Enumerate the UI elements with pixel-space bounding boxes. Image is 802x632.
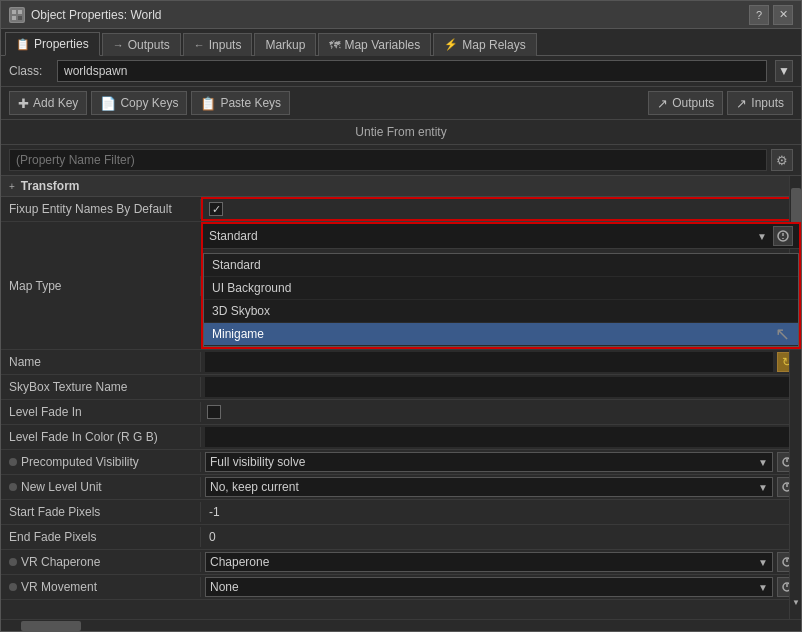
prop-row-vrchaperone: VR Chaperone Chaperone ▼ bbox=[1, 550, 801, 575]
scroll-down-button[interactable]: ▼ bbox=[791, 597, 801, 607]
tab-outputs-icon: → bbox=[113, 39, 124, 51]
tab-map-relays[interactable]: ⚡ Map Relays bbox=[433, 33, 536, 56]
close-button[interactable]: ✕ bbox=[773, 5, 793, 25]
prop-checkbox-fixup[interactable] bbox=[209, 202, 223, 216]
prop-input-skybox[interactable] bbox=[205, 377, 797, 397]
prop-row-levelfade: Level Fade In bbox=[1, 400, 801, 425]
prop-input-name[interactable] bbox=[205, 352, 773, 372]
add-key-button[interactable]: ✚ Add Key bbox=[9, 91, 87, 115]
prop-row-precomputed: Precomputed Visibility Full visibility s… bbox=[1, 450, 801, 475]
newlevelunit-dot-icon bbox=[9, 483, 17, 491]
prop-value-skybox bbox=[201, 375, 801, 399]
precomputed-dropdown-arrow: ▼ bbox=[758, 457, 768, 468]
vrmovement-dot-icon bbox=[9, 583, 17, 591]
outputs-icon: ↗ bbox=[657, 96, 668, 111]
newlevelunit-dropdown[interactable]: No, keep current ▼ bbox=[205, 477, 773, 497]
svg-rect-1 bbox=[12, 10, 16, 14]
prop-row-levelfadecolor: Level Fade In Color (R G B) bbox=[1, 425, 801, 450]
vrmovement-dropdown-arrow: ▼ bbox=[758, 582, 768, 593]
maptype-selected-value: Standard bbox=[209, 229, 753, 243]
section-transform[interactable]: + Transform ▲ bbox=[1, 176, 801, 197]
prop-name-vrchaperone: VR Chaperone bbox=[1, 552, 201, 572]
properties-area: + Transform ▲ Fixup Entity Names By Defa… bbox=[1, 176, 801, 619]
prop-row-fixup: Fixup Entity Names By Default bbox=[1, 197, 801, 222]
prop-name-skybox: SkyBox Texture Name bbox=[1, 377, 201, 397]
tab-bar: 📋 Properties → Outputs ← Inputs Markup 🗺… bbox=[1, 29, 801, 56]
prop-value-levelfade bbox=[201, 400, 801, 424]
prop-value-vrchaperone: Chaperone ▼ bbox=[201, 550, 801, 574]
class-dropdown-button[interactable]: ▼ bbox=[775, 60, 793, 82]
main-window: Object Properties: World ? ✕ 📋 Propertie… bbox=[0, 0, 802, 632]
class-label: Class: bbox=[9, 64, 49, 78]
maptype-option-ui-background[interactable]: UI Background bbox=[204, 277, 798, 300]
filter-input[interactable] bbox=[9, 149, 767, 171]
tab-map-variables[interactable]: 🗺 Map Variables bbox=[318, 33, 431, 56]
prop-row-skybox: SkyBox Texture Name bbox=[1, 375, 801, 400]
prop-row-maptype: Map Type Standard ▼ bbox=[1, 222, 801, 350]
maptype-option-3d-skybox[interactable]: 3D Skybox bbox=[204, 300, 798, 323]
prop-name-vrmovement: VR Movement bbox=[1, 577, 201, 597]
prop-value-fixup bbox=[201, 197, 801, 221]
tab-outputs[interactable]: → Outputs bbox=[102, 33, 181, 56]
prop-input-levelfadecolor[interactable] bbox=[205, 427, 797, 447]
outputs-button[interactable]: ↗ Outputs bbox=[648, 91, 723, 115]
prop-name-levelfade: Level Fade In bbox=[1, 402, 201, 422]
tab-properties[interactable]: 📋 Properties bbox=[5, 32, 100, 56]
prop-name-maptype: Map Type bbox=[1, 276, 201, 296]
section-expand-icon: + bbox=[9, 181, 15, 192]
horizontal-scroll-thumb[interactable] bbox=[21, 621, 81, 631]
prop-row-endfadepixels: End Fade Pixels 0 bbox=[1, 525, 801, 550]
prop-value-levelfadecolor bbox=[201, 425, 801, 449]
paste-keys-icon: 📋 bbox=[200, 96, 216, 111]
tab-map-variables-icon: 🗺 bbox=[329, 39, 340, 51]
maptype-dropdown-list: Standard UI Background 3D Skybox Minigam… bbox=[203, 253, 799, 347]
prop-value-startfadepixels: -1 bbox=[201, 500, 801, 524]
help-button[interactable]: ? bbox=[749, 5, 769, 25]
vrchaperone-dot-icon bbox=[9, 558, 17, 566]
horizontal-scrollbar[interactable] bbox=[1, 619, 801, 631]
inputs-button[interactable]: ↗ Inputs bbox=[727, 91, 793, 115]
window-title: Object Properties: World bbox=[31, 8, 743, 22]
maptype-option-minigame[interactable]: Minigame ↖ bbox=[204, 323, 798, 346]
untie-button[interactable]: Untie From entity bbox=[1, 120, 801, 145]
maptype-option-standard[interactable]: Standard bbox=[204, 254, 798, 277]
prop-name-fixup: Fixup Entity Names By Default bbox=[1, 199, 201, 219]
prop-value-endfadepixels: 0 bbox=[201, 525, 801, 549]
cursor-icon: ↖ bbox=[775, 323, 790, 345]
prop-value-newlevelunit: No, keep current ▼ bbox=[201, 475, 801, 499]
window-icon bbox=[9, 7, 25, 23]
paste-keys-button[interactable]: 📋 Paste Keys bbox=[191, 91, 290, 115]
class-row: Class: ▼ bbox=[1, 56, 801, 87]
prop-name-name: Name bbox=[1, 352, 201, 372]
copy-keys-icon: 📄 bbox=[100, 96, 116, 111]
prop-row-startfadepixels: Start Fade Pixels -1 bbox=[1, 500, 801, 525]
window-controls: ? ✕ bbox=[749, 5, 793, 25]
prop-value-maptype: Standard ▼ Standard UI Background 3D Sky bbox=[201, 222, 801, 349]
toolbar: ✚ Add Key 📄 Copy Keys 📋 Paste Keys ↗ Out… bbox=[1, 87, 801, 120]
precomputed-dropdown[interactable]: Full visibility solve ▼ bbox=[205, 452, 773, 472]
tab-inputs-icon: ← bbox=[194, 39, 205, 51]
prop-row-name: Name ↻ bbox=[1, 350, 801, 375]
filter-row: ⚙ bbox=[1, 145, 801, 176]
tab-properties-icon: 📋 bbox=[16, 38, 30, 51]
prop-row-vrmovement: VR Movement None ▼ bbox=[1, 575, 801, 600]
prop-checkbox-levelfade[interactable] bbox=[207, 405, 221, 419]
prop-text-endfadepixels: 0 bbox=[205, 528, 797, 546]
prop-value-precomputed: Full visibility solve ▼ bbox=[201, 450, 801, 474]
vrmovement-dropdown[interactable]: None ▼ bbox=[205, 577, 773, 597]
newlevelunit-dropdown-arrow: ▼ bbox=[758, 482, 768, 493]
vrchaperone-dropdown[interactable]: Chaperone ▼ bbox=[205, 552, 773, 572]
tab-markup[interactable]: Markup bbox=[254, 33, 316, 56]
prop-name-precomputed: Precomputed Visibility bbox=[1, 452, 201, 472]
tab-inputs[interactable]: ← Inputs bbox=[183, 33, 253, 56]
prop-name-levelfadecolor: Level Fade In Color (R G B) bbox=[1, 427, 201, 447]
section-title: Transform bbox=[21, 179, 80, 193]
maptype-dropdown-header[interactable]: Standard ▼ bbox=[203, 224, 799, 249]
precomputed-dot-icon bbox=[9, 458, 17, 466]
filter-gear-button[interactable]: ⚙ bbox=[771, 149, 793, 171]
copy-keys-button[interactable]: 📄 Copy Keys bbox=[91, 91, 187, 115]
prop-value-vrmovement: None ▼ bbox=[201, 575, 801, 599]
inputs-icon: ↗ bbox=[736, 96, 747, 111]
class-input[interactable] bbox=[57, 60, 767, 82]
maptype-action-button[interactable] bbox=[773, 226, 793, 246]
